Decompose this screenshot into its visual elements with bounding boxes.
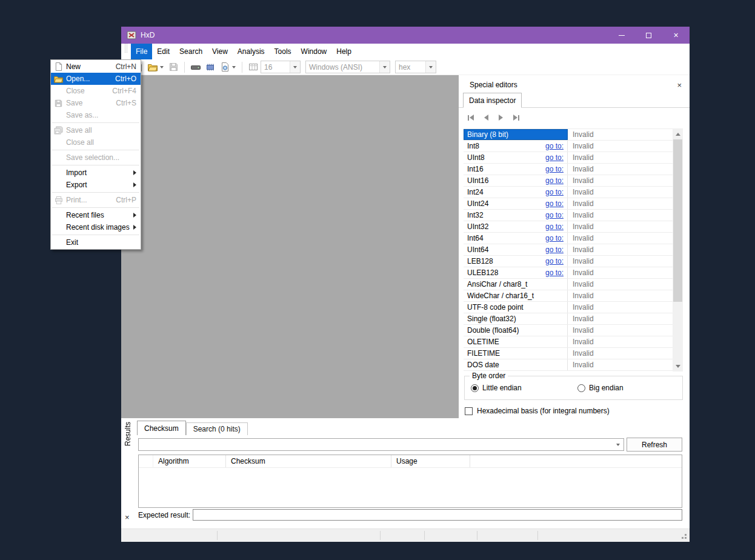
value-cell[interactable]: Invalid: [568, 198, 673, 209]
menu-file[interactable]: File: [131, 44, 152, 59]
value-cell[interactable]: Invalid: [568, 290, 673, 301]
encoding-combobox[interactable]: Windows (ANSI): [305, 61, 390, 73]
open-file-button[interactable]: [147, 61, 159, 74]
inspector-row[interactable]: UInt64go to: Invalid: [464, 244, 673, 256]
scroll-down-button[interactable]: [673, 361, 683, 372]
disk-image-dropdown-icon[interactable]: [232, 66, 236, 68]
menu-analysis[interactable]: Analysis: [233, 44, 270, 59]
value-cell[interactable]: Invalid: [568, 152, 673, 163]
inspector-row[interactable]: Double (float64) Invalid: [464, 325, 673, 336]
goto-link[interactable]: go to:: [545, 268, 564, 277]
column-checksum[interactable]: Checksum: [226, 455, 391, 467]
offset-base-combobox[interactable]: hex: [395, 61, 436, 73]
inspector-row[interactable]: UInt24go to: Invalid: [464, 198, 673, 210]
menu-search[interactable]: Search: [175, 44, 207, 59]
dropdown-icon[interactable]: [290, 61, 300, 73]
nav-next-button[interactable]: [499, 115, 503, 121]
value-cell[interactable]: Invalid: [568, 141, 673, 152]
open-disk-image-button[interactable]: [219, 61, 231, 74]
big-endian-radio[interactable]: Big endian: [577, 384, 624, 392]
tab-search[interactable]: Search (0 hits): [186, 422, 248, 435]
value-cell[interactable]: Invalid: [568, 267, 673, 278]
inspector-row[interactable]: Int64go to: Invalid: [464, 233, 673, 244]
scrollbar[interactable]: [673, 129, 683, 372]
inspector-row[interactable]: DOS date Invalid: [464, 359, 673, 371]
goto-link[interactable]: go to:: [545, 222, 564, 231]
value-cell[interactable]: Invalid: [568, 187, 673, 198]
value-cell[interactable]: Invalid: [568, 256, 673, 267]
maximize-button[interactable]: [635, 27, 662, 44]
inspector-row[interactable]: Binary (8 bit) Invalid: [464, 129, 673, 141]
refresh-button[interactable]: Refresh: [627, 438, 682, 452]
goto-link[interactable]: go to:: [545, 176, 564, 185]
goto-link[interactable]: go to:: [545, 211, 564, 219]
column-algorithm[interactable]: Algorithm: [153, 455, 226, 467]
value-cell[interactable]: Invalid: [568, 302, 673, 313]
inspector-row[interactable]: Int8go to: Invalid: [464, 141, 673, 152]
scroll-up-button[interactable]: [673, 129, 683, 139]
inspector-row[interactable]: UInt16go to: Invalid: [464, 175, 673, 187]
inspector-row[interactable]: Single (float32) Invalid: [464, 313, 673, 325]
menu-tools[interactable]: Tools: [270, 44, 296, 59]
goto-link[interactable]: go to:: [545, 234, 564, 242]
inspector-row[interactable]: UInt8go to: Invalid: [464, 152, 673, 164]
results-close-button[interactable]: ×: [125, 513, 130, 522]
open-dropdown-icon[interactable]: [160, 66, 164, 68]
menu-item-close-all[interactable]: Close all: [51, 136, 141, 148]
goto-link[interactable]: go to:: [545, 165, 564, 173]
inspector-row[interactable]: Int16go to: Invalid: [464, 164, 673, 175]
expected-result-input[interactable]: [193, 509, 682, 521]
value-cell[interactable]: Invalid: [568, 210, 673, 221]
menu-item-save-as[interactable]: Save as...: [51, 109, 141, 121]
value-cell[interactable]: Invalid: [568, 175, 673, 186]
value-cell[interactable]: Invalid: [568, 244, 673, 255]
title-bar[interactable]: HxD ×: [121, 27, 690, 44]
menu-item-open[interactable]: Open... Ctrl+O: [51, 73, 141, 85]
inspector-row[interactable]: UTF-8 code point Invalid: [464, 302, 673, 313]
menu-item-import[interactable]: Import: [51, 167, 141, 179]
goto-link[interactable]: go to:: [545, 142, 564, 150]
special-editors-close-button[interactable]: ×: [677, 81, 682, 90]
menu-item-new[interactable]: New Ctrl+N: [51, 61, 141, 73]
menu-item-print[interactable]: Print... Ctrl+P: [51, 194, 141, 206]
value-cell[interactable]: Invalid: [568, 313, 673, 324]
goto-link[interactable]: go to:: [545, 153, 564, 162]
value-cell[interactable]: Invalid: [568, 325, 673, 336]
value-cell[interactable]: Invalid: [568, 348, 673, 359]
inspector-row[interactable]: LEB128go to: Invalid: [464, 256, 673, 267]
value-cell[interactable]: Invalid: [568, 233, 673, 244]
menu-item-recent-disk-images[interactable]: Recent disk images: [51, 221, 141, 233]
value-cell[interactable]: Invalid: [568, 164, 673, 175]
inspector-row[interactable]: Int32go to: Invalid: [464, 210, 673, 221]
menu-help[interactable]: Help: [331, 44, 356, 59]
tab-checksum[interactable]: Checksum: [137, 421, 186, 435]
value-cell[interactable]: Invalid: [568, 221, 673, 232]
inspector-row[interactable]: WideChar / char16_t Invalid: [464, 290, 673, 302]
menu-item-exit[interactable]: Exit: [51, 236, 141, 248]
menu-edit[interactable]: Edit: [152, 44, 175, 59]
menu-item-save-selection[interactable]: Save selection...: [51, 152, 141, 164]
nav-last-button[interactable]: [513, 115, 519, 121]
hexadecimal-basis-checkbox[interactable]: Hexadecimal basis (for integral numbers): [465, 407, 610, 415]
dropdown-icon[interactable]: [425, 61, 436, 73]
little-endian-radio[interactable]: Little endian: [471, 384, 577, 392]
menu-window[interactable]: Window: [296, 44, 332, 59]
column-usage[interactable]: Usage: [391, 455, 470, 467]
menu-item-save[interactable]: Save Ctrl+S: [51, 97, 141, 109]
save-button[interactable]: [167, 61, 179, 74]
goto-link[interactable]: go to:: [545, 199, 564, 208]
menu-view[interactable]: View: [207, 44, 233, 59]
close-button[interactable]: ×: [662, 27, 690, 44]
resize-grip-icon[interactable]: [685, 537, 687, 539]
scrollbar-thumb[interactable]: [673, 139, 682, 302]
inspector-row[interactable]: ULEB128go to: Invalid: [464, 267, 673, 279]
dropdown-icon[interactable]: [379, 61, 390, 73]
nav-prev-button[interactable]: [484, 115, 488, 121]
minimize-button[interactable]: [608, 27, 635, 44]
column-blank[interactable]: [139, 455, 153, 467]
inspector-row[interactable]: UInt32go to: Invalid: [464, 221, 673, 233]
bytes-per-row-combobox[interactable]: 16: [261, 61, 301, 73]
goto-link[interactable]: go to:: [545, 257, 564, 265]
value-cell[interactable]: Invalid: [568, 129, 673, 140]
goto-link[interactable]: go to:: [545, 245, 564, 254]
